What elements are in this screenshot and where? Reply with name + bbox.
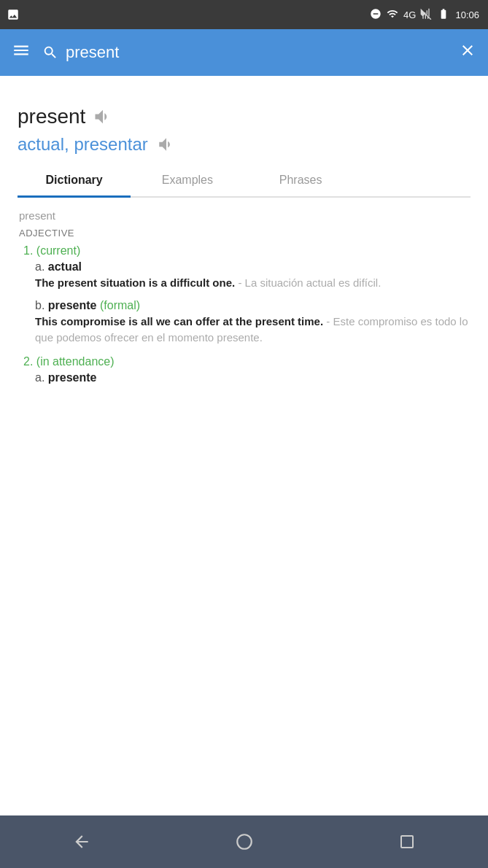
search-area: present [42, 43, 447, 62]
main-content: present actual, presentar Dictionary Exa… [0, 76, 488, 815]
part-of-speech: ADJECTIVE [18, 228, 470, 239]
back-button[interactable] [60, 827, 104, 856]
word-heading: present [18, 105, 470, 128]
subsense-1a: a. actual The present situation is a dif… [23, 260, 470, 292]
recents-button[interactable] [385, 827, 429, 856]
subsense-1a-label: a. actual [35, 260, 470, 274]
tab-phrases[interactable]: Phrases [244, 163, 357, 198]
svg-point-0 [237, 834, 252, 849]
bottom-navigation [0, 815, 488, 868]
wifi-icon [386, 8, 399, 22]
home-button[interactable] [222, 827, 266, 856]
word-title: present [18, 105, 85, 128]
translation-row: actual, presentar [18, 134, 470, 155]
close-button[interactable] [459, 42, 476, 63]
search-icon [42, 44, 58, 61]
status-left [6, 7, 20, 22]
tab-extra[interactable] [357, 163, 470, 198]
signal-icon [420, 8, 432, 22]
subsense-1b-term: presente [48, 299, 97, 311]
svg-rect-1 [401, 836, 413, 848]
network-label: 4G [403, 9, 416, 20]
status-bar: 4G 10:06 [0, 0, 488, 29]
subsense-2a: a. presente [23, 371, 470, 384]
sense-1-number: 1. (current) [23, 244, 470, 257]
subsense-1b-label: b. presente (formal) [35, 299, 470, 312]
subsense-1a-example: The present situation is a difficult one… [35, 275, 470, 292]
subsense-1b: b. presente (formal) This compromise is … [23, 299, 470, 346]
tab-bar: Dictionary Examples Phrases [18, 163, 470, 198]
photo-icon [6, 7, 20, 22]
time-display: 10:06 [455, 9, 479, 20]
dictionary-headword: present [18, 209, 470, 222]
subsense-1b-example: This compromise is all we can offer at t… [35, 314, 470, 346]
sense-1: 1. (current) a. actual The present situa… [18, 244, 470, 346]
battery-icon [436, 8, 451, 22]
subsense-2a-term: presente [48, 371, 97, 384]
tab-dictionary[interactable]: Dictionary [18, 163, 131, 198]
dnd-icon [370, 8, 382, 22]
search-bar: present [0, 29, 488, 76]
tab-examples[interactable]: Examples [131, 163, 244, 198]
sense-2-label: (in attendance) [36, 355, 115, 368]
dictionary-content: present ADJECTIVE 1. (current) a. actual… [18, 198, 470, 405]
sense-2: 2. (in attendance) a. presente [18, 355, 470, 384]
translation-text: actual, presentar [18, 134, 148, 155]
subsense-2a-label: a. presente [35, 371, 470, 384]
word-speaker-button[interactable] [93, 106, 113, 127]
subsense-1a-term: actual [48, 260, 82, 273]
status-right: 4G 10:06 [370, 8, 479, 22]
menu-button[interactable] [12, 41, 31, 64]
formal-label: (formal) [100, 299, 140, 311]
search-input[interactable]: present [66, 43, 447, 62]
translation-speaker-button[interactable] [157, 135, 176, 154]
sense-2-number: 2. (in attendance) [23, 355, 470, 368]
sense-1-label: (current) [36, 244, 80, 257]
